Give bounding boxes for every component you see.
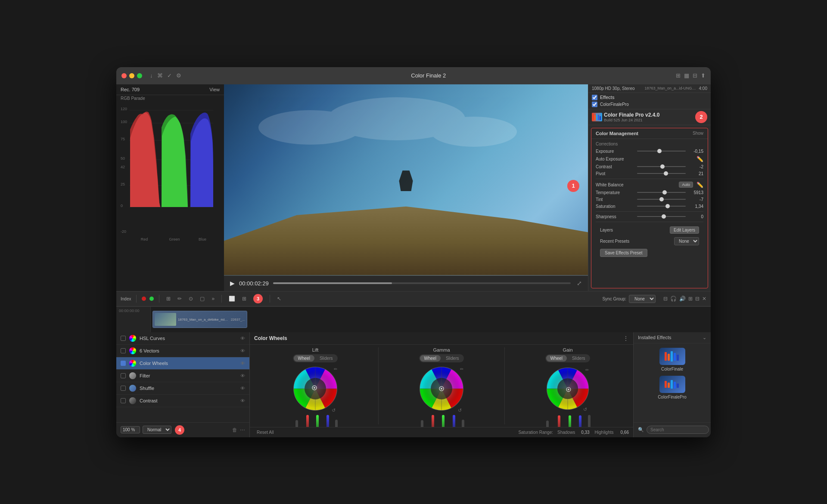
gamma-wheel-tab[interactable]: Wheel <box>420 355 441 362</box>
gamma-master-track[interactable] <box>421 420 423 427</box>
hsl-checkbox[interactable] <box>121 336 126 341</box>
lift-wheel-tab[interactable]: Wheel <box>294 355 314 362</box>
lift-red-track[interactable] <box>306 415 309 427</box>
gamma-green-track[interactable] <box>442 415 445 427</box>
saturation-thumb[interactable] <box>665 204 670 208</box>
monitor-icon[interactable]: ⊟ <box>695 296 700 302</box>
timeline-scrubber[interactable] <box>273 282 571 284</box>
tool-btn-1[interactable]: ⊞ <box>165 295 172 303</box>
cw-checkbox[interactable] <box>121 361 126 366</box>
tool-btn-3[interactable]: ⊙ <box>187 295 195 303</box>
effects-checkbox[interactable] <box>592 95 597 100</box>
color-finale-pro-checkbox[interactable] <box>592 102 597 107</box>
gamma-red-track[interactable] <box>432 415 434 427</box>
blend-mode-select[interactable]: Normal <box>143 426 171 434</box>
tool-btn-7[interactable]: ⊞ <box>240 295 248 303</box>
split-icon[interactable]: ⊟ <box>693 72 697 79</box>
gamma-edit-icon[interactable]: ✏ <box>460 367 463 371</box>
effect-item-vectors[interactable]: 6 Vectors 👁 <box>116 345 249 357</box>
vectors-checkbox[interactable] <box>121 348 126 353</box>
hsl-visibility-icon[interactable]: 👁 <box>240 336 245 341</box>
edit-layers-button[interactable]: Edit Layers <box>670 226 699 234</box>
key-icon[interactable]: ⌘ <box>157 72 163 79</box>
lift-master-track[interactable] <box>295 420 298 427</box>
sync-group-select[interactable]: None <box>629 295 656 303</box>
display-icon[interactable]: ⊞ <box>688 296 693 302</box>
close-button[interactable] <box>121 73 127 78</box>
headphones-icon[interactable]: 🎧 <box>670 296 677 302</box>
tool-btn-5[interactable]: » <box>210 295 216 303</box>
wb-eyedropper[interactable]: ✏️ <box>696 182 703 188</box>
minimize-button[interactable] <box>129 73 134 78</box>
exposure-track[interactable] <box>637 151 686 152</box>
cw-menu-icon[interactable]: ⋮ <box>623 335 629 342</box>
timeline-clip[interactable]: 18763_Man_on_a_dirtbike_rides_over_a... … <box>152 311 247 328</box>
lift-wheel-wrap[interactable]: ✏ ↺ <box>292 365 339 412</box>
grid-icon[interactable]: ⊞ <box>676 72 681 79</box>
lift-reset-icon[interactable]: ↺ <box>332 408 336 413</box>
lift-green-track[interactable] <box>316 415 319 427</box>
lift-sat-track[interactable] <box>335 420 338 427</box>
pivot-track[interactable] <box>637 173 686 174</box>
contrast-thumb[interactable] <box>660 164 665 169</box>
down-arrow-icon[interactable]: ↓ <box>150 72 153 79</box>
sharpness-track[interactable] <box>637 216 686 217</box>
waveform-icon[interactable]: ⊟ <box>663 296 668 302</box>
vectors-visibility-icon[interactable]: 👁 <box>240 348 245 353</box>
effect-item-shuffle[interactable]: Shuffle 👁 <box>116 382 249 395</box>
temperature-thumb[interactable] <box>662 190 667 195</box>
saturation-track[interactable] <box>637 206 686 207</box>
layout-icon[interactable]: ▦ <box>684 72 689 79</box>
reset-all-button[interactable]: Reset All <box>254 429 276 436</box>
installed-item-colorfinale-pro[interactable]: ColorFinalePro <box>638 376 706 399</box>
auto-exposure-eyedropper[interactable]: ✏️ <box>696 156 703 162</box>
installed-chevron-icon[interactable]: ⌄ <box>703 335 706 340</box>
fullscreen-button[interactable] <box>137 73 142 78</box>
contrast-visibility-icon[interactable]: 👁 <box>240 398 245 403</box>
shuffle-checkbox[interactable] <box>121 386 126 391</box>
tint-thumb[interactable] <box>659 197 664 201</box>
tool-btn-6[interactable]: ⬜ <box>227 295 237 303</box>
search-input[interactable] <box>647 426 709 434</box>
effect-item-color-wheels[interactable]: Color Wheels 👁 <box>116 357 249 370</box>
filter-visibility-icon[interactable]: 👁 <box>240 373 245 378</box>
lift-edit-icon[interactable]: ✏ <box>334 367 337 371</box>
gain-green-track[interactable] <box>569 415 571 427</box>
tool-btn-2[interactable]: ✏ <box>176 295 183 303</box>
x-icon[interactable]: ✕ <box>702 296 706 302</box>
gamma-wheel-wrap[interactable]: ✏ ↺ <box>418 365 465 412</box>
check-icon[interactable]: ✓ <box>167 72 172 79</box>
contrast-track[interactable] <box>637 166 686 167</box>
gear-icon[interactable]: ⚙ <box>176 72 181 79</box>
auto-button[interactable]: Auto <box>679 182 693 188</box>
tool-btn-4[interactable]: ▢ <box>198 295 206 303</box>
gamma-sliders-tab[interactable]: Sliders <box>441 355 463 362</box>
gain-reset-icon[interactable]: ↺ <box>583 407 587 412</box>
gain-sliders-tab[interactable]: Sliders <box>568 355 590 362</box>
gain-sat-track[interactable] <box>588 415 591 427</box>
sharpness-thumb[interactable] <box>662 214 666 219</box>
presets-select[interactable]: None <box>674 237 699 245</box>
gain-wheel-wrap[interactable]: ✏ ↺ <box>544 365 591 412</box>
exposure-thumb[interactable] <box>657 149 662 153</box>
gamma-reset-icon[interactable]: ↺ <box>458 408 462 413</box>
contrast-checkbox[interactable] <box>121 398 126 403</box>
export-icon[interactable]: ⬆ <box>701 72 706 79</box>
lift-sliders-tab[interactable]: Sliders <box>315 355 337 362</box>
waveform-view-button[interactable]: View <box>209 87 220 92</box>
gamma-sat-track[interactable] <box>462 420 464 427</box>
gamma-blue-track[interactable] <box>453 415 455 427</box>
play-button[interactable]: ▶ <box>230 280 235 287</box>
effect-item-contrast[interactable]: Contrast 👁 <box>116 395 249 407</box>
gain-blue-track[interactable] <box>579 415 581 427</box>
speaker-icon[interactable]: 🔊 <box>679 296 686 302</box>
gain-red-track[interactable] <box>558 415 560 427</box>
shuffle-visibility-icon[interactable]: 👁 <box>240 386 245 391</box>
temperature-track[interactable] <box>637 192 686 193</box>
cursor-tool[interactable]: ↖ <box>275 295 283 303</box>
gain-master-track[interactable] <box>546 421 549 427</box>
opacity-input[interactable] <box>121 426 140 433</box>
delete-icon[interactable]: 🗑 <box>232 427 237 433</box>
tint-track[interactable] <box>637 199 686 200</box>
installed-item-colorfinale[interactable]: ColorFinale <box>638 348 706 371</box>
